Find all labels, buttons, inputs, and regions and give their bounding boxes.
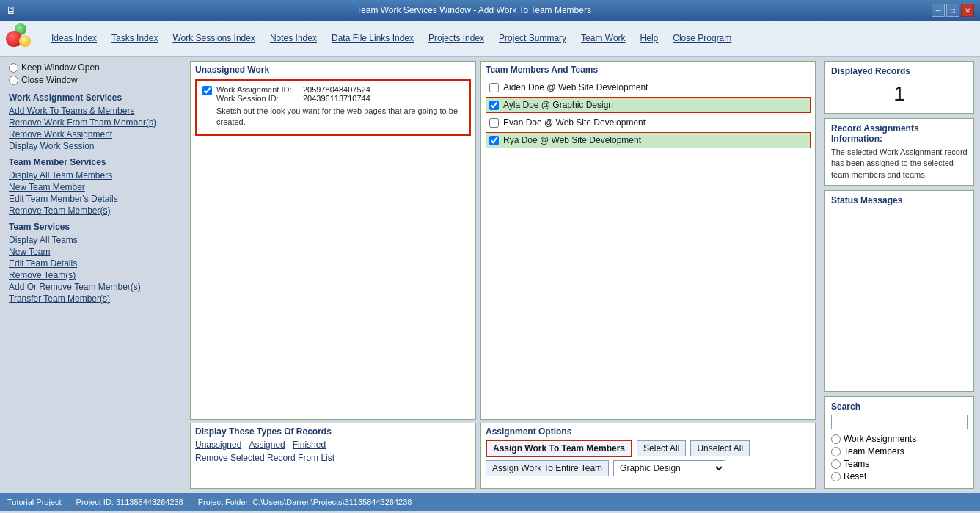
unassigned-work-panel: Unassigned Work Work Assignment ID: 2059… [190, 61, 476, 420]
team-member-evan-label: Evan Doe @ Web Site Development [503, 117, 646, 128]
remove-selected-record-link[interactable]: Remove Selected Record From List [195, 453, 471, 463]
display-types-links: Unassigned Assigned Finished [195, 440, 471, 450]
sidebar-edit-team-member-details[interactable]: Edit Team Member's Details [9, 194, 178, 204]
title-bar-controls: ─ □ ✕ [932, 4, 974, 17]
menu-project-summary[interactable]: Project Summary [493, 32, 572, 45]
menu-notes-index[interactable]: Notes Index [264, 32, 323, 45]
work-record-checkbox[interactable] [202, 86, 212, 95]
search-team-members-radio[interactable]: Team Members [831, 446, 968, 456]
sidebar-edit-team-details[interactable]: Edit Team Details [9, 258, 178, 269]
team-member-rya-checkbox[interactable] [489, 136, 499, 145]
display-type-finished[interactable]: Finished [293, 440, 326, 450]
displayed-records-title: Displayed Records [831, 66, 968, 76]
unassigned-work-content: Work Assignment ID: 205978048407524 Work… [191, 76, 475, 419]
sidebar-add-work[interactable]: Add Work To Teams & Members [9, 106, 178, 116]
close-button[interactable]: ✕ [961, 4, 974, 17]
display-types-panel: Display These Types Of Records Unassigne… [190, 423, 476, 489]
team-dropdown[interactable]: Graphic DesignWeb Site Development [613, 460, 725, 476]
search-work-assignments-label: Work Assignments [844, 434, 916, 444]
sidebar-new-team[interactable]: New Team [9, 247, 178, 257]
work-record-item[interactable]: Work Assignment ID: 205978048407524 Work… [195, 79, 471, 136]
displayed-records-box: Displayed Records 1 [824, 61, 974, 114]
status-project: Tutorial Project [7, 498, 62, 506]
team-member-services-title: Team Member Services [9, 157, 178, 167]
team-member-aiden[interactable]: Aiden Doe @ Web Site Development [486, 79, 811, 95]
app-logo [6, 23, 35, 53]
search-teams-input[interactable] [831, 459, 841, 469]
sidebar-add-remove-team-member[interactable]: Add Or Remove Team Member(s) [9, 282, 178, 292]
sidebar-remove-work-assignment[interactable]: Remove Work Assignment [9, 129, 178, 139]
app-icon: 🖥 [6, 4, 16, 16]
assignment-options-panel: Assignment Options Assign Work To Team M… [480, 423, 816, 489]
record-assignments-box: Record Assignments Information: The sele… [824, 118, 974, 186]
close-window-input[interactable] [9, 76, 18, 85]
title-bar-left: 🖥 [6, 4, 16, 16]
menu-projects-index[interactable]: Projects Index [423, 32, 490, 45]
work-assignment-services-title: Work Assignment Services [9, 92, 178, 103]
search-work-assignments-radio[interactable]: Work Assignments [831, 434, 968, 444]
menu-data-file-links-index[interactable]: Data File Links Index [326, 32, 420, 45]
work-record-row: Work Assignment ID: 205978048407524 Work… [202, 85, 464, 128]
session-id-value: 204396113710744 [303, 94, 370, 103]
display-types-title: Display These Types Of Records [195, 426, 471, 437]
team-member-evan[interactable]: Evan Doe @ Web Site Development [486, 114, 811, 131]
sidebar-new-team-member[interactable]: New Team Member [9, 182, 178, 192]
search-team-members-input[interactable] [831, 447, 841, 456]
close-window-label: Close Window [21, 75, 78, 85]
assign-entire-team-row: Assign Work To Entire Team Graphic Desig… [486, 460, 811, 476]
team-member-evan-checkbox[interactable] [489, 118, 499, 128]
search-input[interactable] [831, 415, 968, 429]
status-bar: Tutorial Project Project ID: 31135844326… [0, 493, 980, 511]
sidebar-remove-team[interactable]: Remove Team(s) [9, 270, 178, 280]
sidebar-remove-work-from-member[interactable]: Remove Work From Team Member(s) [9, 117, 178, 128]
status-project-id: Project ID: 311358443264238 [76, 498, 183, 506]
close-window-radio[interactable]: Close Window [9, 75, 178, 85]
sidebar-display-work-session[interactable]: Display Work Session [9, 141, 178, 151]
maximize-button[interactable]: □ [946, 4, 959, 17]
unselect-all-button[interactable]: Unselect All [690, 440, 750, 456]
keep-open-label: Keep Window Open [21, 62, 100, 73]
display-type-assigned[interactable]: Assigned [249, 440, 285, 450]
menu-close-program[interactable]: Close Program [667, 32, 737, 45]
main-container: Keep Window Open Close Window Work Assig… [0, 57, 980, 493]
search-team-members-label: Team Members [844, 446, 904, 456]
menu-work-sessions-index[interactable]: Work Sessions Index [167, 32, 261, 45]
record-assignments-text: The selected Work Assignment record has … [831, 147, 968, 181]
select-all-button[interactable]: Select All [637, 440, 686, 456]
team-member-rya-label: Rya Doe @ Web Site Development [503, 135, 641, 145]
search-reset-input[interactable] [831, 472, 841, 481]
sidebar-remove-team-member[interactable]: Remove Team Member(s) [9, 205, 178, 216]
search-box: Search Work Assignments Team Members Tea… [824, 396, 974, 489]
search-work-assignments-input[interactable] [831, 434, 841, 444]
record-assignments-title: Record Assignments Information: [831, 123, 968, 144]
search-teams-radio[interactable]: Teams [831, 459, 968, 469]
work-record-info: Work Assignment ID: 205978048407524 Work… [216, 85, 464, 128]
menu-help[interactable]: Help [635, 32, 665, 45]
keep-window-open-radio[interactable]: Keep Window Open [9, 62, 178, 73]
assign-work-button[interactable]: Assign Work To Team Members [486, 440, 632, 457]
team-members-content: Aiden Doe @ Web Site Development Ayla Do… [481, 76, 815, 419]
top-panels-row: Unassigned Work Work Assignment ID: 2059… [190, 61, 816, 420]
menu-tasks-index[interactable]: Tasks Index [106, 32, 164, 45]
display-type-unassigned[interactable]: Unassigned [195, 440, 241, 450]
keep-open-input[interactable] [9, 63, 18, 73]
assignment-id-label: Work Assignment ID: [216, 85, 297, 94]
sidebar: Keep Window Open Close Window Work Assig… [0, 57, 187, 493]
sidebar-display-all-teams[interactable]: Display All Teams [9, 235, 178, 245]
assign-entire-team-button[interactable]: Assign Work To Entire Team [486, 460, 609, 476]
right-panel: Displayed Records 1 Record Assignments I… [819, 57, 980, 493]
minimize-button[interactable]: ─ [932, 4, 945, 17]
sidebar-display-all-team-members[interactable]: Display All Team Members [9, 170, 178, 181]
search-teams-label: Teams [844, 459, 869, 469]
team-member-aiden-checkbox[interactable] [489, 83, 499, 92]
menu-ideas-index[interactable]: Ideas Index [45, 32, 103, 45]
team-member-ayla[interactable]: Ayla Doe @ Graphic Design [486, 97, 811, 113]
menu-team-work[interactable]: Team Work [575, 32, 631, 45]
search-reset-radio[interactable]: Reset [831, 471, 968, 481]
team-member-ayla-checkbox[interactable] [489, 101, 499, 110]
displayed-records-count: 1 [831, 79, 968, 109]
team-member-rya[interactable]: Rya Doe @ Web Site Development [486, 132, 811, 148]
unassigned-work-title: Unassigned Work [191, 62, 475, 76]
sidebar-transfer-team-member[interactable]: Transfer Team Member(s) [9, 294, 178, 304]
team-members-title: Team Members And Teams [481, 62, 815, 76]
